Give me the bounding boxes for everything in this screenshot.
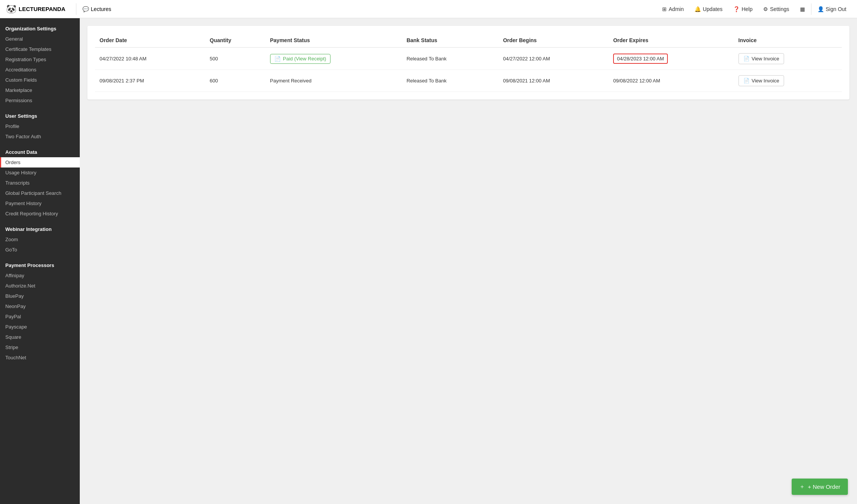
admin-label: Admin — [669, 6, 684, 12]
admin-grid-icon: ⊞ — [662, 6, 667, 12]
top-nav: 🐼 LECTUREPANDA 💬 Lectures ⊞ Admin 🔔 Upda… — [0, 0, 857, 18]
help-nav-item[interactable]: ❓ Help — [729, 4, 757, 14]
col-header-quantity: Quantity — [205, 33, 266, 47]
payment-status-cell: 📄Paid (View Receipt) — [266, 47, 402, 70]
user-icon: 👤 — [817, 6, 824, 12]
order-begins-cell: 09/08/2021 12:00 AM — [498, 70, 609, 92]
quantity-cell: 600 — [205, 70, 266, 92]
sidebar-item-payscape[interactable]: Payscape — [0, 322, 80, 332]
signout-label: Sign Out — [826, 6, 846, 12]
table-row: 04/27/2022 10:48 AM500📄Paid (View Receip… — [95, 47, 842, 70]
new-order-label: + New Order — [808, 483, 840, 490]
table-row: 09/08/2021 2:37 PM600Payment ReceivedRel… — [95, 70, 842, 92]
sidebar-section-title: User Settings — [0, 108, 80, 121]
col-header-bank_status: Bank Status — [402, 33, 498, 47]
logo-text: LECTUREPANDA — [19, 6, 65, 12]
sidebar-item-zoom[interactable]: Zoom — [0, 234, 80, 245]
layout: Organization SettingsGeneralCertificate … — [0, 18, 857, 504]
app-logo[interactable]: 🐼 LECTUREPANDA — [6, 4, 65, 14]
order-expires-cell: 09/08/2022 12:00 AM — [609, 70, 734, 92]
lectures-label: Lectures — [91, 6, 111, 12]
bank-status-cell: Released To Bank — [402, 47, 498, 70]
settings-nav-item[interactable]: ⚙ Settings — [759, 4, 794, 14]
sidebar-item-goto[interactable]: GoTo — [0, 245, 80, 255]
nav-divider — [76, 3, 76, 15]
view-invoice-label: View Invoice — [752, 78, 780, 84]
sidebar-item-global-participant-search[interactable]: Global Participant Search — [0, 188, 80, 198]
sidebar-item-two-factor-auth[interactable]: Two Factor Auth — [0, 131, 80, 142]
barcode-icon: ▦ — [800, 6, 805, 12]
sidebar-item-paypal[interactable]: PayPal — [0, 311, 80, 322]
sidebar-item-authorize-net[interactable]: Authorize.Net — [0, 281, 80, 291]
receipt-icon: 📄 — [274, 56, 281, 62]
sidebar-item-neonpay[interactable]: NeonPay — [0, 301, 80, 311]
sidebar-section-title: Organization Settings — [0, 21, 80, 34]
sidebar: Organization SettingsGeneralCertificate … — [0, 18, 80, 504]
sidebar-item-orders[interactable]: Orders — [0, 157, 80, 167]
sidebar-item-stripe[interactable]: Stripe — [0, 342, 80, 352]
col-header-order_date: Order Date — [95, 33, 205, 47]
sidebar-item-transcripts[interactable]: Transcripts — [0, 178, 80, 188]
logo-icon: 🐼 — [6, 4, 16, 14]
settings-gear-icon: ⚙ — [763, 6, 768, 12]
sidebar-section-title: Payment Processors — [0, 257, 80, 270]
col-header-order_begins: Order Begins — [498, 33, 609, 47]
view-invoice-label: View Invoice — [752, 56, 780, 62]
updates-label: Updates — [703, 6, 723, 12]
new-order-button[interactable]: ＋ + New Order — [792, 479, 848, 495]
orders-table: Order DateQuantityPayment StatusBank Sta… — [95, 33, 842, 92]
col-header-order_expires: Order Expires — [609, 33, 734, 47]
sidebar-item-permissions[interactable]: Permissions — [0, 95, 80, 106]
bank-status-cell: Released To Bank — [402, 70, 498, 92]
paid-badge[interactable]: 📄Paid (View Receipt) — [270, 54, 330, 64]
sidebar-item-certificate-templates[interactable]: Certificate Templates — [0, 44, 80, 54]
paid-label: Paid (View Receipt) — [283, 56, 326, 62]
updates-nav-item[interactable]: 🔔 Updates — [690, 4, 727, 14]
help-question-icon: ❓ — [733, 6, 740, 12]
sidebar-item-square[interactable]: Square — [0, 332, 80, 342]
sidebar-item-touchnet[interactable]: TouchNet — [0, 352, 80, 363]
sidebar-section-title: Account Data — [0, 144, 80, 157]
invoice-cell: 📄View Invoice — [734, 70, 842, 92]
expired-date-highlight: 04/28/2023 12:00 AM — [613, 54, 668, 64]
main-content: Order DateQuantityPayment StatusBank Sta… — [80, 18, 857, 504]
col-header-invoice: Invoice — [734, 33, 842, 47]
invoice-doc-icon: 📄 — [743, 56, 749, 62]
admin-nav-item[interactable]: ⊞ Admin — [658, 4, 688, 14]
lectures-icon: 💬 — [82, 6, 89, 12]
quantity-cell: 500 — [205, 47, 266, 70]
sidebar-item-general[interactable]: General — [0, 34, 80, 44]
updates-bell-icon: 🔔 — [694, 6, 701, 12]
signout-nav-item[interactable]: 👤 Sign Out — [813, 4, 851, 14]
order-date-cell: 09/08/2021 2:37 PM — [95, 70, 205, 92]
sidebar-item-registration-types[interactable]: Registration Types — [0, 54, 80, 65]
sidebar-section-title: Webinar Integration — [0, 221, 80, 234]
order-begins-cell: 04/27/2022 12:00 AM — [498, 47, 609, 70]
invoice-cell: 📄View Invoice — [734, 47, 842, 70]
sidebar-item-affinipay[interactable]: Affinipay — [0, 270, 80, 281]
view-invoice-button[interactable]: 📄View Invoice — [738, 75, 784, 86]
help-label: Help — [742, 6, 753, 12]
barcode-nav-item[interactable]: ▦ — [795, 4, 810, 14]
view-invoice-button[interactable]: 📄View Invoice — [738, 53, 784, 64]
plus-icon: ＋ — [799, 483, 805, 490]
top-nav-right: ⊞ Admin 🔔 Updates ❓ Help ⚙ Settings ▦ 👤 … — [658, 3, 851, 15]
order-expires-cell: 04/28/2023 12:00 AM — [609, 47, 734, 70]
sidebar-item-custom-fields[interactable]: Custom Fields — [0, 75, 80, 85]
col-header-payment_status: Payment Status — [266, 33, 402, 47]
settings-label: Settings — [770, 6, 789, 12]
lectures-nav-item[interactable]: 💬 Lectures — [79, 6, 114, 12]
sidebar-item-payment-history[interactable]: Payment History — [0, 198, 80, 209]
sidebar-item-usage-history[interactable]: Usage History — [0, 167, 80, 178]
sidebar-item-credit-reporting-history[interactable]: Credit Reporting History — [0, 209, 80, 219]
payment-status-cell: Payment Received — [266, 70, 402, 92]
order-date-cell: 04/27/2022 10:48 AM — [95, 47, 205, 70]
sidebar-item-accreditations[interactable]: Accreditations — [0, 65, 80, 75]
invoice-doc-icon: 📄 — [743, 78, 749, 84]
nav-right-divider — [811, 3, 811, 15]
orders-table-container: Order DateQuantityPayment StatusBank Sta… — [87, 26, 849, 100]
sidebar-item-marketplace[interactable]: Marketplace — [0, 85, 80, 95]
sidebar-item-bluepay[interactable]: BluePay — [0, 291, 80, 301]
sidebar-item-profile[interactable]: Profile — [0, 121, 80, 131]
